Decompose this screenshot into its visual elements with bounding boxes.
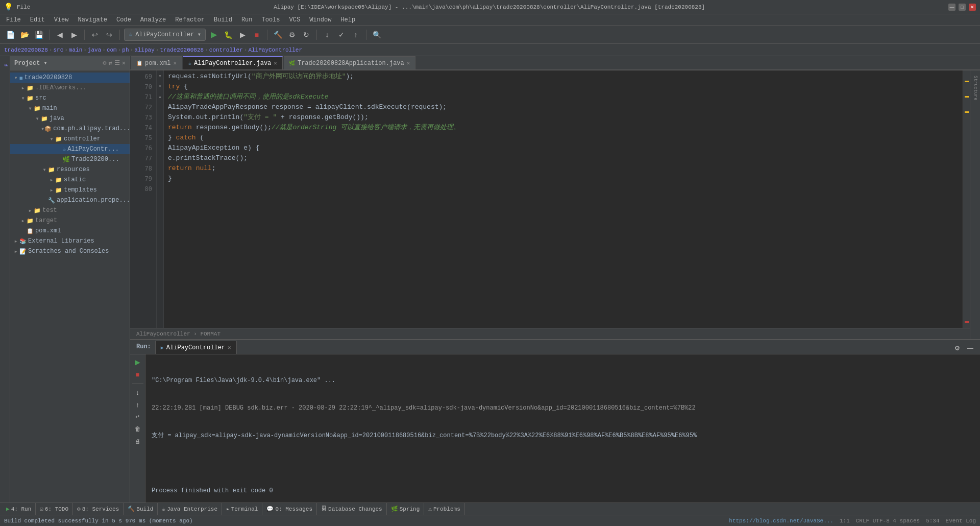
menu-navigate[interactable]: Navigate — [74, 15, 111, 25]
scroll-end-button[interactable]: ↓ — [132, 387, 143, 398]
structure-icon[interactable]: Structure — [971, 73, 979, 103]
tree-item-main[interactable]: ▾ 📁 main — [10, 103, 130, 113]
strip-build[interactable]: 🔨 Build — [124, 503, 158, 515]
tab-alipaycontroller-close[interactable]: ✕ — [274, 60, 277, 66]
forward-button[interactable]: ▶ — [68, 29, 80, 41]
tree-item-trade20200828[interactable]: ▾ ◼ trade20200828 — [10, 73, 130, 83]
print-button[interactable]: 🖨 — [132, 436, 143, 447]
menu-code[interactable]: Code — [112, 15, 135, 25]
scroll-start-button[interactable]: ↑ — [132, 399, 143, 410]
close-button[interactable]: ✕ — [969, 4, 976, 11]
clear-output-button[interactable]: 🗑 — [132, 423, 143, 435]
new-file-button[interactable]: 📄 — [4, 29, 16, 41]
sdk-button[interactable]: ⚙ — [286, 29, 298, 41]
menu-run[interactable]: Run — [237, 15, 257, 25]
undo-button[interactable]: ↩ — [89, 29, 101, 41]
tree-item-pomxml[interactable]: 📋 pom.xml — [10, 226, 130, 236]
tree-item-package[interactable]: ▾ 📦 com.ph.alipay.trad... — [10, 124, 130, 134]
menu-file[interactable]: File — [2, 15, 25, 25]
project-icon[interactable]: P — [1, 58, 9, 66]
minimize-button[interactable]: — — [948, 4, 955, 11]
vcs-push-button[interactable]: ↑ — [350, 29, 362, 41]
redo-button[interactable]: ↪ — [103, 29, 115, 41]
debug-button[interactable]: 🐛 — [222, 29, 234, 41]
tab-trade-close[interactable]: ✕ — [407, 60, 410, 66]
tab-alipaycontroller-run[interactable]: ▶ AliPayController ✕ — [155, 341, 237, 354]
tree-item-static[interactable]: ▸ 📁 static — [10, 175, 130, 185]
tree-item-src[interactable]: ▾ 📁 src — [10, 93, 130, 103]
bread-com[interactable]: com — [107, 47, 117, 53]
save-button[interactable]: 💾 — [33, 29, 45, 41]
vcs-commit-button[interactable]: ✓ — [335, 29, 348, 41]
strip-terminal[interactable]: ▸ Terminal — [222, 503, 262, 515]
stop-run-button[interactable]: ■ — [132, 369, 143, 380]
minimize-panel-button[interactable]: — — [965, 343, 976, 354]
strip-run[interactable]: ▶ 4: Run — [2, 503, 36, 515]
stop-button[interactable]: ■ — [251, 29, 263, 41]
tree-item-templates[interactable]: ▸ 📁 templates — [10, 185, 130, 195]
bread-main[interactable]: main — [69, 47, 82, 53]
menu-tools[interactable]: Tools — [258, 15, 284, 25]
strip-todo[interactable]: ☑ 6: TODO — [36, 503, 73, 515]
strip-messages[interactable]: 💬 0: Messages — [262, 503, 317, 515]
run-tab-close[interactable]: ✕ — [228, 344, 231, 351]
tab-trade20200828app[interactable]: 🌿 Trade20200828Application.java ✕ — [284, 56, 415, 69]
settings-run-button[interactable]: ⚙ — [951, 343, 963, 354]
run-output[interactable]: "C:\Program Files\Java\jdk-9.0.4\bin\jav… — [145, 354, 980, 503]
strip-spring[interactable]: 🌿 Spring — [387, 503, 425, 515]
bread-java[interactable]: java — [88, 47, 101, 53]
strip-services[interactable]: ⚙ 8: Services — [73, 503, 124, 515]
soft-wrap-button[interactable]: ↵ — [132, 411, 143, 422]
code-editor[interactable]: request.setNotifyUrl("商户外网可以访问的异步地址"); t… — [164, 70, 963, 328]
bread-trade2[interactable]: trade20200828 — [160, 47, 204, 53]
bread-trade20200828[interactable]: trade20200828 — [4, 47, 48, 53]
build-button[interactable]: 🔨 — [272, 29, 284, 41]
menu-refactor[interactable]: Refactor — [171, 15, 209, 25]
bread-src[interactable]: src — [53, 47, 63, 53]
refactor-run-button[interactable]: ↻ — [300, 29, 312, 41]
menu-analyze[interactable]: Analyze — [136, 15, 170, 25]
menu-edit[interactable]: Edit — [26, 15, 49, 25]
gear-icon[interactable]: ⚙ — [103, 59, 106, 67]
tab-pomxml-close[interactable]: ✕ — [173, 60, 177, 66]
tree-item-test[interactable]: ▸ 📁 test — [10, 205, 130, 216]
tree-item-idea[interactable]: ▸ 📁 .IDEA\works... — [10, 83, 130, 93]
back-button[interactable]: ◀ — [54, 29, 66, 41]
menu-view[interactable]: View — [50, 15, 73, 25]
bread-controller[interactable]: controller — [209, 47, 243, 53]
strip-problems[interactable]: ⚠ Problems — [424, 503, 464, 515]
tree-item-alipaycontroller[interactable]: ☕ AliPayContr... — [10, 144, 130, 154]
caret-info[interactable]: 1:1 — [840, 518, 850, 524]
run-button[interactable]: ▶ — [208, 29, 220, 41]
menu-file[interactable]: File — [17, 4, 30, 10]
tab-alipaycontroller[interactable]: ☕ AliPayController.java ✕ — [183, 56, 283, 69]
strip-db-changes[interactable]: 🗄 Database Changes — [317, 503, 387, 515]
search-everywhere-button[interactable]: 🔍 — [371, 29, 383, 41]
run-again-button[interactable]: ▶ — [132, 356, 143, 368]
tree-item-ext-libs[interactable]: ▸ 📚 External Libraries — [10, 236, 130, 246]
sync-icon[interactable]: ⇄ — [109, 59, 112, 67]
menu-window[interactable]: Window — [305, 15, 335, 25]
tab-pomxml[interactable]: 📋 pom.xml ✕ — [131, 56, 182, 69]
tree-item-appprops[interactable]: 🔧 application.prope... — [10, 195, 130, 205]
bread-alipaycontroller[interactable]: AliPayController — [248, 47, 302, 53]
close-panel-icon[interactable]: ✕ — [122, 59, 126, 67]
event-log-link[interactable]: Event Log — [946, 518, 976, 524]
tree-item-controller[interactable]: ▾ 📁 controller — [10, 134, 130, 144]
maximize-button[interactable]: □ — [959, 4, 966, 11]
blog-link[interactable]: https://blog.csdn.net/JavaSe... — [729, 518, 834, 524]
encoding-info[interactable]: CRLF UTF-8 4 spaces — [856, 518, 920, 524]
coverage-button[interactable]: ▶ — [236, 29, 249, 41]
bread-ph[interactable]: ph — [122, 47, 129, 53]
editor-path[interactable]: AliPayController › FORMAT — [136, 331, 220, 337]
tree-item-trade20200828app[interactable]: 🌿 Trade20200... — [10, 154, 130, 164]
open-button[interactable]: 📂 — [18, 29, 31, 41]
tree-item-resources[interactable]: ▾ 📁 resources — [10, 164, 130, 175]
vcs-update-button[interactable]: ↓ — [321, 29, 333, 41]
bread-alipay[interactable]: alipay — [134, 47, 155, 53]
settings-icon[interactable]: ☰ — [114, 59, 120, 67]
tree-item-target[interactable]: ▸ 📁 target — [10, 216, 130, 226]
tree-item-scratches[interactable]: ▸ 📝 Scratches and Consoles — [10, 246, 130, 256]
tree-item-java[interactable]: ▾ 📁 java — [10, 113, 130, 124]
menu-vcs[interactable]: VCS — [285, 15, 305, 25]
